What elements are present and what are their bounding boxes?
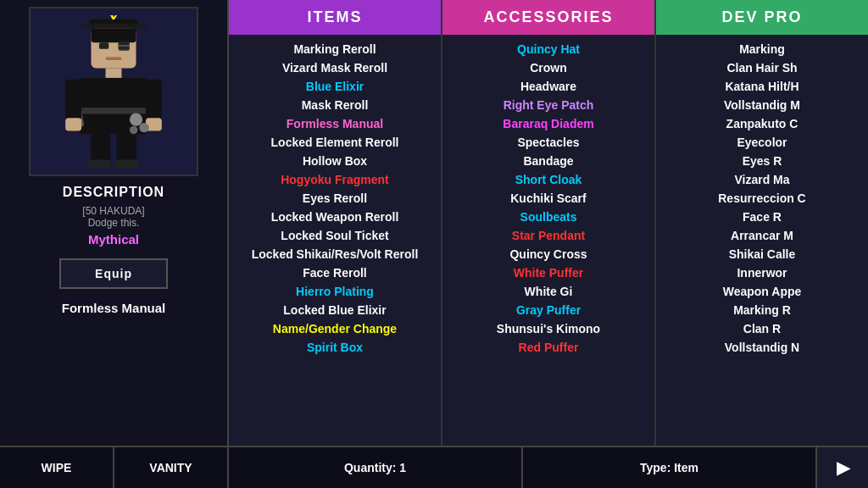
- list-item[interactable]: Arrancar M: [656, 226, 868, 245]
- left-panel: DESCRIPTION [50 HAKUDA] Dodge this. Myth…: [0, 0, 229, 446]
- list-item[interactable]: Vollstandig N: [656, 338, 868, 357]
- list-item[interactable]: Shikai Calle: [656, 245, 868, 263]
- list-item[interactable]: Name/Gender Change: [229, 319, 441, 338]
- svg-rect-1: [81, 23, 146, 28]
- svg-rect-16: [65, 80, 81, 119]
- list-item[interactable]: Vollstandig M: [656, 96, 868, 114]
- list-item[interactable]: Blue Elixir: [229, 77, 441, 96]
- list-item[interactable]: Innerwor: [656, 263, 868, 282]
- list-item[interactable]: Bararaq Diadem: [442, 114, 654, 133]
- list-item[interactable]: Hogyoku Fragment: [229, 170, 441, 189]
- list-item[interactable]: Locked Weapon Reroll: [229, 208, 441, 226]
- items-panel: ITEMS Marking RerollVizard Mask RerollBl…: [229, 0, 442, 446]
- list-item[interactable]: Locked Blue Elixir: [229, 301, 441, 319]
- dev-panel: DEV PRO MarkingClan Hair ShKatana Hilt/H…: [656, 0, 868, 446]
- svg-rect-5: [91, 28, 136, 42]
- svg-rect-6: [99, 42, 108, 49]
- list-item[interactable]: Marking R: [656, 301, 868, 319]
- list-item[interactable]: Hollow Box: [229, 152, 441, 170]
- svg-point-26: [130, 126, 137, 134]
- list-item[interactable]: Locked Soul Ticket: [229, 226, 441, 245]
- svg-line-2: [109, 15, 114, 19]
- list-item[interactable]: Right Eye Patch: [442, 96, 654, 114]
- svg-point-25: [139, 123, 148, 132]
- bottom-bar: WIPE VANITY Quantity: 1 Type: Item ▶: [0, 446, 868, 488]
- list-item[interactable]: Marking: [656, 40, 868, 58]
- list-item[interactable]: Formless Manual: [229, 114, 441, 133]
- list-item[interactable]: Bandage: [442, 152, 654, 170]
- main-layout: DESCRIPTION [50 HAKUDA] Dodge this. Myth…: [0, 0, 868, 488]
- list-item[interactable]: Eyecolor: [656, 133, 868, 152]
- character-display: [29, 7, 198, 176]
- list-item[interactable]: Zanpakuto C: [656, 114, 868, 133]
- accessories-list: Quincy HatCrownHeadwareRight Eye PatchBa…: [442, 35, 654, 446]
- list-item[interactable]: Headware: [442, 77, 654, 96]
- quantity-display: Quantity: 1: [229, 447, 523, 488]
- character-sprite: [46, 15, 181, 168]
- rarity-label: Mythical: [88, 232, 139, 247]
- list-item[interactable]: Clan Hair Sh: [656, 58, 868, 77]
- svg-rect-22: [88, 160, 111, 168]
- selected-item-name: Formless Manual: [62, 301, 166, 315]
- dev-list: MarkingClan Hair ShKatana Hilt/HVollstan…: [656, 35, 868, 446]
- list-item[interactable]: Kuchiki Scarf: [442, 189, 654, 208]
- list-item[interactable]: Face R: [656, 208, 868, 226]
- list-item[interactable]: Quincy Hat: [442, 40, 654, 58]
- list-item[interactable]: Katana Hilt/H: [656, 77, 868, 96]
- list-item[interactable]: Locked Shikai/Res/Volt Reroll: [229, 245, 441, 263]
- list-item[interactable]: Spirit Box: [229, 338, 441, 357]
- list-item[interactable]: White Puffer: [442, 263, 654, 282]
- items-list: Marking RerollVizard Mask RerollBlue Eli…: [229, 35, 441, 446]
- dev-header: DEV PRO: [656, 0, 868, 35]
- wipe-button[interactable]: WIPE: [0, 447, 114, 488]
- list-item[interactable]: White Gi: [442, 282, 654, 301]
- list-item[interactable]: Crown: [442, 58, 654, 77]
- equip-button[interactable]: Equip: [59, 258, 168, 289]
- list-item[interactable]: Vizard Mask Reroll: [229, 58, 441, 77]
- svg-rect-17: [146, 80, 162, 119]
- svg-rect-13: [80, 108, 147, 114]
- list-item[interactable]: Clan R: [656, 319, 868, 338]
- list-item[interactable]: Hierro Plating: [229, 282, 441, 301]
- accessories-header: ACCESSORIES: [442, 0, 654, 35]
- svg-point-24: [130, 114, 142, 126]
- list-item[interactable]: Vizard Ma: [656, 170, 868, 189]
- list-item[interactable]: Soulbeats: [442, 208, 654, 226]
- list-item[interactable]: Quincy Cross: [442, 245, 654, 263]
- list-item[interactable]: Gray Puffer: [442, 301, 654, 319]
- list-item[interactable]: Shunsui's Kimono: [442, 319, 654, 338]
- vanity-button[interactable]: VANITY: [114, 447, 229, 488]
- accessories-panel: ACCESSORIES Quincy HatCrownHeadwareRight…: [442, 0, 656, 446]
- type-display: Type: Item: [523, 447, 817, 488]
- list-item[interactable]: Weapon Appe: [656, 282, 868, 301]
- svg-rect-23: [115, 160, 138, 168]
- list-item[interactable]: Locked Element Reroll: [229, 133, 441, 152]
- description-title: DESCRIPTION: [63, 185, 164, 200]
- svg-rect-20: [91, 134, 110, 162]
- list-item[interactable]: Eyes R: [656, 152, 868, 170]
- svg-rect-10: [106, 57, 122, 60]
- list-item[interactable]: Resurreccion C: [656, 189, 868, 208]
- svg-rect-21: [117, 134, 136, 162]
- list-item[interactable]: Star Pendant: [442, 226, 654, 245]
- list-item[interactable]: Face Reroll: [229, 263, 441, 282]
- svg-rect-18: [65, 118, 81, 130]
- list-item[interactable]: Marking Reroll: [229, 40, 441, 58]
- list-item[interactable]: Mask Reroll: [229, 96, 441, 114]
- content-row: DESCRIPTION [50 HAKUDA] Dodge this. Myth…: [0, 0, 868, 446]
- svg-rect-11: [106, 69, 122, 78]
- list-item[interactable]: Spectacles: [442, 133, 654, 152]
- list-item[interactable]: Eyes Reroll: [229, 189, 441, 208]
- description-sub: [50 HAKUDA] Dodge this.: [82, 205, 144, 229]
- items-header: ITEMS: [229, 0, 441, 35]
- list-item[interactable]: Red Puffer: [442, 338, 654, 357]
- extra-button[interactable]: ▶: [817, 447, 868, 488]
- svg-line-3: [114, 15, 118, 19]
- list-item[interactable]: Short Cloak: [442, 170, 654, 189]
